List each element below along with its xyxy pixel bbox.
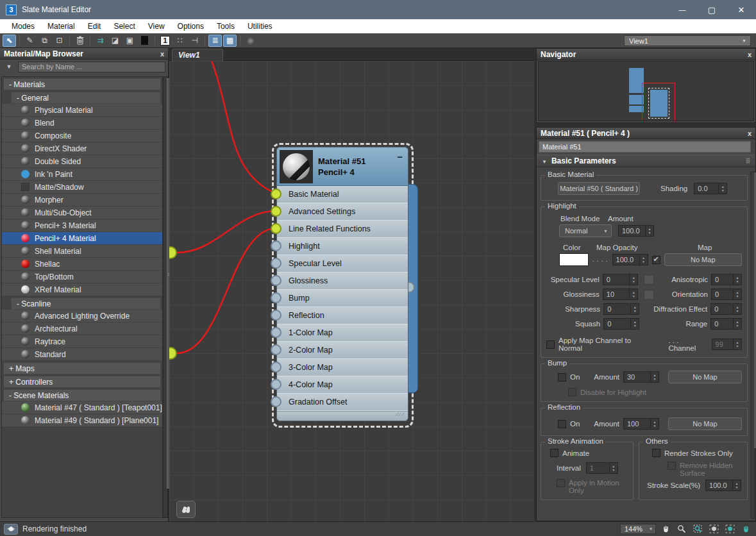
input-socket-icon[interactable]: [271, 344, 281, 355]
animate-checkbox[interactable]: [550, 449, 559, 457]
remove-hidden-surface-checkbox[interactable]: [668, 462, 676, 470]
tree-item[interactable]: Advanced Lighting Override: [2, 310, 162, 322]
tree-section-scene-materials[interactable]: - Scene Materials: [3, 389, 161, 401]
map-opacity-spinner[interactable]: 100.0: [612, 254, 648, 265]
node-header[interactable]: Material #51 Pencil+ 4: [277, 147, 408, 186]
node-slot[interactable]: Glossiness: [277, 272, 408, 290]
spinner-arrows-icon[interactable]: [630, 319, 639, 329]
input-socket-icon[interactable]: [271, 240, 281, 251]
navigator-map[interactable]: [538, 61, 754, 121]
basic-material-button[interactable]: Material #50 ( Standard ): [558, 182, 640, 195]
spinner-arrows-icon[interactable]: [609, 463, 617, 473]
apply-in-motion-checkbox[interactable]: [557, 479, 565, 487]
browser-scrollbar[interactable]: [163, 76, 168, 518]
tree-section-maps[interactable]: + Maps: [3, 362, 161, 374]
input-socket-icon[interactable]: [271, 188, 281, 199]
spinner-arrows-icon[interactable]: [733, 304, 741, 314]
reflection-on-checkbox[interactable]: [558, 420, 566, 428]
node-slot[interactable]: 4-Color Map: [277, 376, 408, 394]
map-enable-checkbox[interactable]: [652, 256, 660, 264]
show-transparency-icon[interactable]: [138, 35, 151, 47]
spinner-arrows-icon[interactable]: [718, 183, 727, 194]
anisotropic-spinner[interactable]: 0: [711, 274, 742, 285]
tree-item[interactable]: Matte/Shadow: [2, 181, 162, 194]
select-by-material-icon[interactable]: [244, 35, 257, 47]
spinner-arrows-icon[interactable]: [733, 319, 741, 329]
range-spinner[interactable]: 0: [710, 318, 742, 330]
input-socket-icon[interactable]: [271, 310, 281, 321]
glossiness-map-button[interactable]: [644, 290, 654, 299]
layout-children-icon[interactable]: [188, 35, 201, 47]
node-slot[interactable]: Reflection: [277, 307, 408, 324]
spinner-arrows-icon[interactable]: [732, 480, 741, 490]
view-selector-dropdown[interactable]: View1: [624, 35, 751, 46]
tree-item[interactable]: Shellac: [2, 258, 162, 271]
spinner-arrows-icon[interactable]: [630, 304, 639, 314]
channel-spinner[interactable]: 99: [712, 339, 742, 350]
find-button[interactable]: [176, 501, 196, 518]
spinner-arrows-icon[interactable]: [645, 226, 653, 236]
maximize-button[interactable]: [697, 0, 727, 19]
assign-material-icon[interactable]: [38, 35, 51, 47]
disable-for-highlight-checkbox[interactable]: [568, 388, 576, 396]
tree-item[interactable]: Top/Bottom: [2, 271, 162, 283]
pan-to-selected-icon[interactable]: [739, 523, 752, 535]
node-slot[interactable]: 2-Color Map: [277, 342, 408, 359]
collapse-node-icon[interactable]: [397, 151, 403, 162]
material-node[interactable]: Material #51 Pencil+ 4 Basic Material Ad…: [276, 147, 408, 421]
tree-item[interactable]: Double Sided: [2, 155, 162, 168]
bump-amount-spinner[interactable]: 30: [623, 371, 659, 383]
input-socket-icon[interactable]: [271, 327, 281, 338]
glossiness-spinner[interactable]: 10: [603, 289, 638, 300]
sample-type-icon[interactable]: 1: [158, 35, 172, 47]
tree-item[interactable]: Ink 'n Paint: [2, 168, 162, 181]
browser-close-icon[interactable]: x: [160, 50, 164, 58]
diffraction-effect-spinner[interactable]: 0: [710, 303, 742, 315]
zoom-icon[interactable]: [675, 523, 688, 535]
basic-parameters-rollout[interactable]: Basic Parameters: [537, 155, 755, 167]
search-input[interactable]: [18, 62, 165, 72]
tree-item[interactable]: Material #47 ( Standard ) [Teapot001]: [2, 401, 162, 414]
interval-spinner[interactable]: 1: [586, 462, 618, 474]
put-material-icon[interactable]: [53, 35, 66, 47]
tree-item[interactable]: XRef Material: [2, 283, 162, 296]
menu-modes[interactable]: Modes: [5, 19, 41, 33]
stroke-scale-spinner[interactable]: 100.0: [705, 480, 741, 491]
pan-icon[interactable]: [659, 523, 672, 535]
tree-item[interactable]: Multi/Sub-Object: [2, 206, 162, 219]
move-children-icon[interactable]: [94, 35, 107, 47]
layout-all-icon[interactable]: [173, 35, 187, 47]
specular-level-spinner[interactable]: 0: [603, 274, 638, 285]
tree-item[interactable]: Composite: [2, 130, 162, 142]
params-close-icon[interactable]: x: [748, 130, 752, 137]
squash-spinner[interactable]: 0: [603, 318, 639, 330]
spinner-arrows-icon[interactable]: [629, 289, 637, 299]
close-button[interactable]: [727, 0, 756, 19]
input-socket-icon[interactable]: [271, 275, 281, 286]
spinner-arrows-icon[interactable]: [650, 372, 659, 382]
bump-map-button[interactable]: No Map: [668, 371, 742, 383]
sharpness-spinner[interactable]: 0: [603, 303, 639, 315]
highlight-color-swatch[interactable]: [559, 253, 589, 266]
menu-select[interactable]: Select: [107, 19, 141, 33]
node-slot[interactable]: Bump: [277, 290, 408, 307]
tree-section-controllers[interactable]: + Controllers: [3, 376, 161, 388]
tree-item[interactable]: Raytrace: [2, 335, 162, 348]
orientation-spinner[interactable]: 0: [711, 289, 742, 300]
input-socket-icon[interactable]: [271, 379, 281, 390]
blend-mode-dropdown[interactable]: Normal ▼: [559, 224, 612, 237]
menu-edit[interactable]: Edit: [81, 19, 108, 33]
spinner-arrows-icon[interactable]: [733, 289, 741, 299]
tree-item[interactable]: Shell Material: [2, 245, 162, 258]
input-socket-icon[interactable]: [271, 206, 281, 217]
menu-options[interactable]: Options: [171, 19, 210, 33]
tree-item[interactable]: Standard: [2, 348, 162, 361]
tree-item[interactable]: Blend: [2, 117, 162, 130]
tree-item[interactable]: Physical Material: [2, 104, 162, 117]
highlight-map-button[interactable]: No Map: [664, 253, 742, 266]
node-slot[interactable]: Specular Level: [277, 255, 408, 272]
material-name-field[interactable]: [539, 141, 751, 153]
spinner-arrows-icon[interactable]: [650, 419, 659, 429]
input-socket-icon[interactable]: [271, 292, 281, 303]
input-socket-icon[interactable]: [271, 223, 281, 234]
